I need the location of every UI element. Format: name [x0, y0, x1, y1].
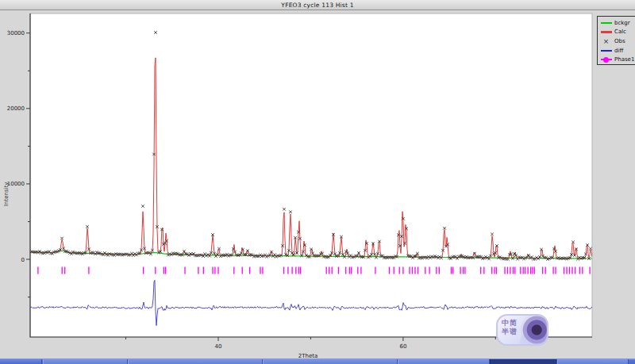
window-title: YFEO3 cycle 113 Hist 1: [281, 2, 353, 9]
taskbar-button[interactable]: [128, 359, 263, 364]
taskbar-button[interactable]: [43, 359, 128, 364]
window-titlebar[interactable]: YFEO3 cycle 113 Hist 1: [0, 0, 635, 10]
y-tick-label: 20000: [7, 105, 25, 112]
bckgr-line-icon: [600, 22, 612, 24]
y-tick-label: 30000: [7, 30, 25, 36]
application-window: YFEO3 cycle 113 Hist 1 01000020000300004…: [0, 0, 635, 364]
calc-line-icon: [600, 31, 612, 33]
legend: bckgr Calc × Obs diff Phase1: [597, 16, 635, 65]
y-tick-label: 0: [21, 257, 25, 263]
taskbar-button[interactable]: [557, 359, 629, 364]
y-axis-label: Intensity: [3, 182, 10, 206]
y-tick-label: 10000: [7, 181, 25, 187]
taskbar-button[interactable]: [398, 359, 490, 364]
chart-area: 01000020000300004060 Intensity 2Theta bc…: [0, 10, 635, 358]
legend-item-obs: × Obs: [600, 36, 635, 46]
legend-item-calc: Calc: [600, 28, 635, 37]
taskbar: [0, 358, 635, 364]
obs-x-icon: ×: [600, 38, 612, 44]
chart-canvas: 01000020000300004060: [0, 10, 635, 358]
flower-icon: [517, 316, 548, 346]
taskbar-button[interactable]: [263, 359, 398, 364]
watermark-badge: 中简 半谱: [496, 314, 548, 346]
taskbar-button-active[interactable]: [490, 359, 557, 364]
x-tick-label: 60: [399, 343, 406, 350]
plot-panel: [30, 13, 592, 337]
diff-line-icon: [600, 50, 612, 52]
watermark-text: 中简 半谱: [502, 319, 518, 336]
legend-item-diff: diff: [600, 46, 635, 56]
legend-item-phase1: Phase1: [600, 55, 635, 64]
x-tick-label: 40: [215, 343, 222, 350]
phase1-marker-icon: [600, 57, 612, 63]
start-button[interactable]: [0, 359, 42, 364]
legend-item-bckgr: bckgr: [600, 18, 635, 28]
